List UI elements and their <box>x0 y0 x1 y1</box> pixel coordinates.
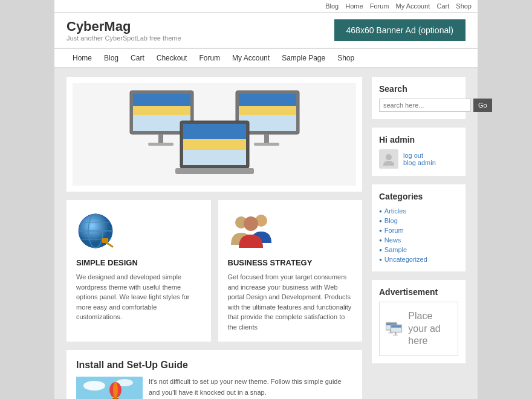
feature-cards: SIMPLE DESIGN We designed and developed … <box>66 200 362 342</box>
nav-myaccount[interactable]: My Account <box>226 49 276 67</box>
categories-widget: Categories ●Articles ●Blog ●Forum ●News … <box>372 184 465 271</box>
feature-card-strategy: BUSINESS STRATEGY Get focused from your … <box>218 200 363 342</box>
search-widget-title: Search <box>379 84 458 94</box>
ad-text: Place your ad here <box>408 310 452 348</box>
nav-forum[interactable]: Forum <box>193 49 226 67</box>
top-bar: Blog Home Forum My Account Cart Shop <box>54 0 478 13</box>
svg-rect-5 <box>158 134 163 143</box>
advertisement-widget-title: Advertisement <box>379 287 458 297</box>
nav-checkout[interactable]: Checkout <box>151 49 193 67</box>
svg-rect-19 <box>175 168 254 174</box>
topbar-cart[interactable]: Cart <box>436 2 449 10</box>
categories-widget-title: Categories <box>379 192 458 201</box>
feature-title-strategy: BUSINESS STRATEGY <box>228 258 353 267</box>
bullet-icon: ● <box>379 238 382 243</box>
site-title: CyberMag <box>66 19 181 34</box>
blog-admin-link[interactable]: blog admin <box>403 159 436 166</box>
guide-article: Install and Set-Up Guide <box>66 350 362 399</box>
nav-blog[interactable]: Blog <box>98 49 125 67</box>
svg-rect-10 <box>239 106 296 115</box>
list-item: ●Forum <box>379 225 458 235</box>
svg-rect-13 <box>254 143 279 146</box>
sidebar: Search Go Hi admin lo <box>372 77 465 399</box>
people-icon-container <box>228 210 353 252</box>
svg-rect-26 <box>102 238 108 243</box>
list-item: ●Sample <box>379 245 458 255</box>
logout-link[interactable]: log out <box>403 152 436 159</box>
admin-links: log out blog admin <box>403 152 436 166</box>
categories-list: ●Articles ●Blog ●Forum ●News ●Sample ●Un… <box>379 206 458 264</box>
svg-rect-2 <box>133 94 190 106</box>
ad-box[interactable]: Place your ad here <box>379 302 458 356</box>
bullet-icon: ● <box>379 228 382 233</box>
admin-widget-title: Hi admin <box>379 135 458 144</box>
list-item: ●Uncategorized <box>379 255 458 264</box>
search-widget: Search Go <box>372 77 465 119</box>
list-item: ●Blog <box>379 216 458 225</box>
cat-news[interactable]: News <box>384 236 401 244</box>
svg-point-35 <box>113 382 118 398</box>
hero-devices <box>73 83 356 186</box>
nav-shop[interactable]: Shop <box>331 49 360 67</box>
article-para1: It's not difficult to set up your new th… <box>149 377 352 398</box>
content-area: SIMPLE DESIGN We designed and developed … <box>54 68 478 399</box>
people-icon <box>228 212 276 251</box>
article-image-svg <box>76 377 143 399</box>
svg-rect-48 <box>395 332 397 335</box>
cat-blog[interactable]: Blog <box>384 217 398 224</box>
bullet-icon: ● <box>379 209 382 214</box>
search-input[interactable] <box>379 99 471 112</box>
topbar-shop[interactable]: Shop <box>456 2 472 10</box>
feature-title-design: SIMPLE DESIGN <box>76 258 201 267</box>
page-wrapper: Blog Home Forum My Account Cart Shop Cyb… <box>54 0 478 399</box>
article-title: Install and Set-Up Guide <box>76 360 352 371</box>
hero-image-box <box>66 77 362 192</box>
svg-rect-49 <box>393 335 397 336</box>
nav-samplepage[interactable]: Sample Page <box>276 49 331 67</box>
svg-rect-9 <box>239 94 296 106</box>
topbar-forum[interactable]: Forum <box>370 2 389 10</box>
svg-point-31 <box>83 381 105 391</box>
cat-forum[interactable]: Forum <box>384 227 404 234</box>
globe-icon <box>76 212 115 251</box>
svg-rect-47 <box>391 325 401 328</box>
svg-rect-3 <box>133 106 190 115</box>
header: CyberMag Just another CyberSpotLab free … <box>54 13 478 48</box>
avatar <box>379 149 398 169</box>
feature-text-design: We designed and developed simple wordpre… <box>76 272 201 322</box>
svg-rect-17 <box>183 139 246 150</box>
globe-icon-container <box>76 210 201 252</box>
admin-row: log out blog admin <box>379 149 458 169</box>
list-item: ●Articles <box>379 206 458 216</box>
search-button[interactable]: Go <box>473 99 492 112</box>
list-item: ●News <box>379 235 458 245</box>
feature-text-strategy: Get focused from your target consumers a… <box>228 272 353 332</box>
feature-card-design: SIMPLE DESIGN We designed and developed … <box>66 200 211 342</box>
article-content: It's not difficult to set up your new th… <box>76 377 352 399</box>
search-row: Go <box>379 99 458 112</box>
svg-rect-18 <box>183 150 246 165</box>
svg-rect-12 <box>264 134 269 143</box>
site-branding: CyberMag Just another CyberSpotLab free … <box>66 19 181 42</box>
avatar-icon <box>382 152 395 166</box>
banner-ad[interactable]: 468x60 Banner Ad (optional) <box>334 19 465 41</box>
devices-svg <box>127 85 302 184</box>
svg-point-29 <box>244 216 258 231</box>
main-content: SIMPLE DESIGN We designed and developed … <box>66 77 362 399</box>
cat-sample[interactable]: Sample <box>384 246 407 253</box>
topbar-blog[interactable]: Blog <box>325 2 339 10</box>
bullet-icon: ● <box>379 257 382 262</box>
cat-articles[interactable]: Articles <box>384 207 406 215</box>
topbar-myaccount[interactable]: My Account <box>396 2 430 10</box>
nav-cart[interactable]: Cart <box>125 49 151 67</box>
svg-rect-16 <box>183 124 246 139</box>
topbar-home[interactable]: Home <box>345 2 363 10</box>
site-tagline: Just another CyberSpotLab free theme <box>66 34 181 42</box>
svg-point-39 <box>386 154 392 160</box>
advertisement-widget: Advertisement <box>372 280 465 363</box>
cat-uncategorized[interactable]: Uncategorized <box>384 256 427 263</box>
article-image <box>76 377 143 399</box>
ad-mini-screens <box>386 314 403 344</box>
article-body: It's not difficult to set up your new th… <box>149 377 352 399</box>
nav-home[interactable]: Home <box>66 49 98 67</box>
